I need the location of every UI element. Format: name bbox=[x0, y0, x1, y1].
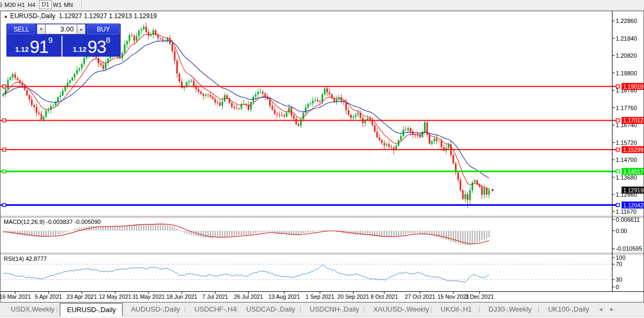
tab-separator bbox=[237, 306, 237, 313]
svg-text:1.11670: 1.11670 bbox=[616, 208, 637, 215]
collapse-triangle-icon[interactable]: ▲ bbox=[4, 14, 8, 19]
timeframe-toolbar: 5M30H1H4D1W1MN bbox=[0, 0, 644, 11]
rsi-axis-label: 100 bbox=[616, 254, 625, 261]
hline-handle-1.12042 bbox=[3, 204, 6, 207]
tab-uk100daily[interactable]: UK100-,Daily bbox=[541, 304, 595, 315]
hline-price-label: 1.15299 bbox=[623, 146, 643, 153]
buy-price-display[interactable]: 1.12938 bbox=[64, 36, 120, 57]
tab-eurusddaily[interactable]: EURUSD-,Daily bbox=[60, 303, 123, 316]
ohlc-values: 1.12927 1.12927 1.12913 1.12919 bbox=[59, 12, 157, 20]
timeframe-button-mn[interactable]: MN bbox=[64, 1, 73, 9]
date-label: 8 Oct 2021 bbox=[371, 293, 398, 300]
hline-handle-1.14017 bbox=[3, 170, 6, 173]
timeframe-button-h1[interactable]: H1 bbox=[17, 1, 25, 9]
tab-ukoilh1[interactable]: UKOil-,H1 bbox=[434, 304, 478, 315]
hline-1.15299 bbox=[0, 149, 619, 150]
tab-separator bbox=[57, 306, 57, 313]
svg-text:1.21840: 1.21840 bbox=[616, 35, 637, 42]
volume-input[interactable]: 3.00 bbox=[45, 24, 77, 34]
chart-window: 1.228601.218401.208201.198001.187801.177… bbox=[0, 11, 644, 303]
macd-axis-label: 0.006611 bbox=[616, 216, 640, 223]
buy-button[interactable]: BUY bbox=[87, 24, 120, 34]
rsi-axis-label: 30 bbox=[616, 276, 622, 283]
volume-decrease-button[interactable]: ▼ bbox=[37, 24, 45, 34]
chevron-up-icon: ▲ bbox=[80, 27, 83, 31]
current-price-label: 1.12919 bbox=[623, 187, 643, 193]
date-label: 18 Jun 2021 bbox=[167, 293, 198, 300]
svg-text:1.15720: 1.15720 bbox=[616, 139, 637, 146]
date-label: 7 Jul 2021 bbox=[202, 293, 229, 300]
macd-axis-label: 0.00 bbox=[616, 228, 627, 234]
date-label: 3 Dec 2021 bbox=[465, 293, 494, 300]
symbol-tabbar: ◄ ► USDX,WeeklyEURUSD-,DailyAUDUSD-,Dail… bbox=[0, 303, 644, 316]
tab-separator bbox=[364, 306, 364, 313]
hline-price-label: 1.14017 bbox=[623, 168, 643, 175]
date-label: 12 May 2021 bbox=[99, 293, 131, 300]
date-label: 15 Nov 2021 bbox=[437, 293, 469, 300]
date-label: 27 Oct 2021 bbox=[405, 293, 435, 300]
panel-divider bbox=[0, 253, 644, 253]
toolbar-separator bbox=[81, 1, 82, 9]
tab-scroll-right-icon[interactable]: ► bbox=[609, 306, 615, 313]
rsi-axis-label: 70 bbox=[616, 261, 622, 267]
date-label: 16 Mar 2021 bbox=[0, 293, 31, 300]
hline-price-label: 1.19010 bbox=[623, 83, 643, 90]
tab-usdchfh4[interactable]: USDCHF-,H4 bbox=[188, 304, 243, 315]
symbol-period-label: EURUSD-,Daily bbox=[10, 12, 56, 20]
date-label: 26 Jul 2021 bbox=[234, 293, 263, 300]
date-label: 1 Sep 2021 bbox=[305, 293, 334, 300]
hline-1.14017 bbox=[0, 170, 619, 172]
sell-price-big: 91 bbox=[30, 39, 49, 55]
sell-price-display[interactable]: 1.12919 bbox=[6, 36, 62, 57]
rsi-axis-label: 0 bbox=[616, 284, 619, 290]
svg-text:1.19800: 1.19800 bbox=[616, 70, 637, 76]
one-click-trade-panel: SELL ▼ 3.00 ▲ BUY 1.12919 1.12938 bbox=[6, 24, 121, 57]
date-label: 5 Apr 2021 bbox=[35, 293, 62, 300]
hline-1.12042 bbox=[0, 204, 619, 206]
panel-divider bbox=[0, 217, 644, 218]
tab-xauusdweekly[interactable]: XAUUSD-,Weekly bbox=[367, 304, 436, 315]
chart-title: ▲EURUSD-,Daily 1.12927 1.12927 1.12913 1… bbox=[4, 12, 157, 20]
tab-dj30weekly[interactable]: DJ30-,Weekly bbox=[482, 304, 538, 315]
macd-axis-label: -0.010595 bbox=[616, 245, 642, 252]
macd-indicator-label: MACD(12,26,9) -0.003837 -0.005090 bbox=[4, 219, 101, 225]
svg-text:1.17760: 1.17760 bbox=[616, 105, 637, 111]
tab-separator bbox=[431, 306, 431, 313]
hline-handle-1.15299 bbox=[3, 148, 6, 151]
hline-handle-1.15299 bbox=[616, 148, 619, 151]
hline-price-label: 1.12042 bbox=[623, 202, 643, 208]
timeframe-button-w1[interactable]: W1 bbox=[53, 1, 61, 9]
sell-price-small: 1.12 bbox=[15, 44, 28, 55]
timeframe-button-d1[interactable]: D1 bbox=[39, 0, 52, 9]
tab-scroll-left-icon[interactable]: ◄ bbox=[598, 306, 603, 313]
date-label: 13 Aug 2021 bbox=[269, 293, 300, 300]
svg-text:1.13680: 1.13680 bbox=[616, 174, 637, 181]
svg-text:1.14700: 1.14700 bbox=[616, 157, 637, 163]
tab-usdcaddaily[interactable]: USDCAD-,Daily bbox=[240, 304, 302, 315]
hline-1.19010 bbox=[0, 86, 619, 87]
tab-usdcnhdaily[interactable]: USDCNH-,Daily bbox=[303, 304, 365, 315]
sell-button[interactable]: SELL bbox=[7, 24, 35, 34]
hline-handle-1.17012 bbox=[3, 119, 6, 122]
panel-divider bbox=[0, 254, 644, 254]
svg-text:1.20820: 1.20820 bbox=[616, 52, 637, 59]
hline-handle-1.19010 bbox=[3, 85, 6, 88]
tab-separator bbox=[121, 306, 122, 313]
buy-price-sup: 8 bbox=[106, 37, 110, 43]
tab-separator bbox=[538, 306, 539, 313]
timeframe-button-m30[interactable]: M30 bbox=[4, 1, 16, 9]
tab-separator bbox=[479, 306, 480, 313]
volume-increase-button[interactable]: ▲ bbox=[77, 24, 85, 34]
sell-price-sup: 9 bbox=[48, 37, 52, 43]
chevron-down-icon: ▼ bbox=[40, 27, 43, 31]
tab-audusddaily[interactable]: AUDUSD-,Daily bbox=[124, 304, 186, 315]
panel-divider bbox=[0, 216, 644, 216]
timeframe-button-h4[interactable]: H4 bbox=[27, 1, 36, 9]
tab-separator bbox=[185, 306, 185, 313]
timeframe-button-5[interactable]: 5 bbox=[0, 1, 3, 9]
date-label: 20 Sep 2021 bbox=[337, 293, 370, 300]
tab-separator bbox=[300, 306, 301, 313]
hline-1.17012 bbox=[0, 120, 619, 121]
date-label: 31 May 2021 bbox=[132, 293, 165, 300]
tab-usdxweekly[interactable]: USDX,Weekly bbox=[4, 304, 61, 315]
